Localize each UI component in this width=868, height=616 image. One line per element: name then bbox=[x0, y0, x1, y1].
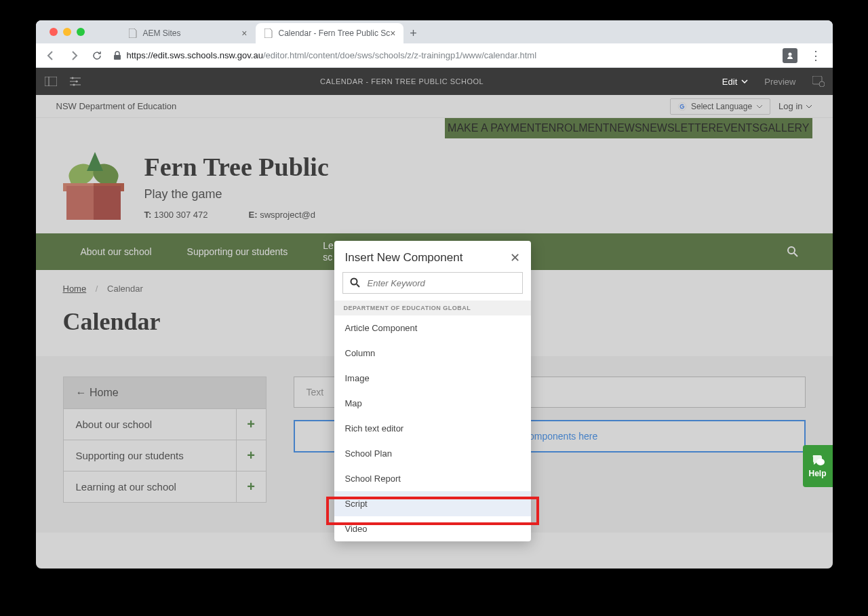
svg-line-17 bbox=[357, 284, 359, 287]
expand-icon[interactable]: + bbox=[236, 440, 266, 471]
school-header: Fern Tree Public Play the game T: 1300 3… bbox=[36, 138, 833, 233]
breadcrumb-current: Calendar bbox=[107, 284, 143, 294]
help-button[interactable]: Help bbox=[803, 445, 833, 487]
nav-payment[interactable]: MAKE A PAYMENT bbox=[448, 122, 541, 134]
annotate-icon[interactable] bbox=[812, 76, 825, 87]
nav-gallery[interactable]: GALLERY bbox=[760, 122, 810, 134]
svg-point-9 bbox=[73, 84, 75, 86]
aem-page-title: CALENDAR - FERN TREE PUBLIC SCHOOL bbox=[82, 77, 722, 85]
svg-point-7 bbox=[71, 77, 73, 79]
extension-icon[interactable] bbox=[783, 48, 797, 63]
svg-point-8 bbox=[75, 81, 77, 83]
component-option-school-plan[interactable]: School Plan bbox=[334, 441, 531, 466]
svg-point-11 bbox=[819, 81, 825, 87]
dept-header: NSW Department of Education Select Langu… bbox=[36, 95, 833, 118]
component-option-image[interactable]: Image bbox=[334, 366, 531, 391]
school-name: Fern Tree Public bbox=[144, 152, 329, 182]
school-email: E: swsproject@d bbox=[249, 210, 315, 220]
close-icon[interactable]: × bbox=[241, 28, 247, 39]
lock-icon bbox=[113, 51, 121, 60]
svg-line-14 bbox=[794, 253, 797, 256]
nav-events[interactable]: EVENTS bbox=[716, 122, 760, 134]
language-selector[interactable]: Select Language bbox=[670, 98, 770, 115]
chevron-down-icon bbox=[741, 79, 748, 83]
component-option-rich-text-editor[interactable]: Rich text editor bbox=[334, 416, 531, 441]
url-host: edit.sws.schools.nsw.gov.au bbox=[153, 50, 263, 60]
svg-rect-2 bbox=[45, 77, 57, 86]
modal-group-label: DEPARTMENT OF EDUCATION GLOBAL bbox=[334, 301, 531, 315]
expand-icon[interactable]: + bbox=[236, 471, 266, 502]
utility-nav: MAKE A PAYMENT ENROLMENT NEWS NEWSLETTER… bbox=[445, 118, 812, 138]
chevron-down-icon bbox=[756, 104, 763, 109]
tab-calendar[interactable]: Calendar - Fern Tree Public Sc × bbox=[256, 23, 404, 43]
svg-point-16 bbox=[351, 279, 357, 285]
component-option-column[interactable]: Column bbox=[334, 341, 531, 366]
chevron-down-icon bbox=[806, 104, 812, 109]
close-window-button[interactable] bbox=[50, 28, 58, 36]
search-icon[interactable] bbox=[787, 246, 806, 258]
side-panel-icon[interactable] bbox=[44, 75, 58, 88]
component-option-school-report[interactable]: School Report bbox=[334, 466, 531, 491]
edit-mode-dropdown[interactable]: Edit bbox=[722, 77, 748, 87]
new-tab-button[interactable]: + bbox=[403, 24, 422, 43]
component-option-map[interactable]: Map bbox=[334, 391, 531, 416]
component-option-script[interactable]: Script bbox=[334, 491, 531, 516]
nav-about[interactable]: About our school bbox=[63, 246, 170, 257]
close-icon[interactable]: × bbox=[390, 28, 395, 39]
breadcrumb-home[interactable]: Home bbox=[63, 284, 87, 294]
sidebar-nav: Home About our school + Supporting our s… bbox=[63, 377, 267, 512]
sidebar-item-about[interactable]: About our school + bbox=[63, 409, 267, 440]
nav-news[interactable]: NEWS bbox=[610, 122, 642, 134]
svg-rect-0 bbox=[114, 55, 121, 60]
svg-point-15 bbox=[816, 459, 825, 465]
search-icon bbox=[350, 277, 361, 288]
component-option-article-component[interactable]: Article Component bbox=[334, 315, 531, 341]
file-icon bbox=[128, 28, 138, 38]
browser-window: AEM Sites × Calendar - Fern Tree Public … bbox=[36, 20, 833, 569]
forward-button[interactable] bbox=[67, 49, 81, 62]
url-path: /editor.html/content/doe/sws/schools/z/z… bbox=[263, 50, 536, 60]
school-tagline: Play the game bbox=[144, 187, 329, 201]
insert-component-modal: Insert New Component ✕ DEPARTMENT OF EDU… bbox=[334, 241, 531, 541]
tabs-container: AEM Sites × Calendar - Fern Tree Public … bbox=[120, 23, 423, 43]
tab-title: Calendar - Fern Tree Public Sc bbox=[279, 28, 391, 38]
url-field[interactable]: https://edit.sws.schools.nsw.gov.au/edit… bbox=[113, 50, 773, 60]
sidebar-item-supporting[interactable]: Supporting our students + bbox=[63, 440, 267, 471]
school-phone: T: 1300 307 472 bbox=[144, 210, 208, 220]
dept-name: NSW Department of Education bbox=[56, 101, 177, 111]
aem-toolbar: CALENDAR - FERN TREE PUBLIC SCHOOL Edit … bbox=[36, 68, 833, 95]
svg-point-1 bbox=[788, 52, 791, 56]
tab-bar: AEM Sites × Calendar - Fern Tree Public … bbox=[36, 20, 833, 43]
url-bar: https://edit.sws.schools.nsw.gov.au/edit… bbox=[36, 43, 833, 68]
browser-menu-button[interactable]: ⋮ bbox=[807, 48, 825, 63]
google-icon bbox=[677, 102, 687, 111]
file-icon bbox=[264, 28, 273, 38]
tab-title: AEM Sites bbox=[143, 28, 181, 38]
tab-aem-sites[interactable]: AEM Sites × bbox=[120, 23, 256, 43]
nav-supporting[interactable]: Supporting our students bbox=[170, 246, 306, 258]
traffic-lights bbox=[41, 28, 93, 36]
minimize-window-button[interactable] bbox=[63, 28, 71, 36]
modal-search[interactable] bbox=[342, 272, 523, 294]
login-link[interactable]: Log in bbox=[778, 101, 812, 111]
school-logo bbox=[63, 152, 124, 220]
reload-button[interactable] bbox=[90, 49, 104, 62]
sidebar-item-learning[interactable]: Learning at our school + bbox=[63, 471, 267, 503]
sidebar-home[interactable]: Home bbox=[63, 377, 267, 409]
nav-newsletter[interactable]: NEWSLETTER bbox=[642, 122, 716, 134]
expand-icon[interactable]: + bbox=[236, 409, 266, 440]
preview-button[interactable]: Preview bbox=[764, 77, 795, 87]
nav-enrolment[interactable]: ENROLMENT bbox=[541, 122, 609, 134]
close-icon[interactable]: ✕ bbox=[510, 250, 520, 265]
modal-items-list: Article ComponentColumnImageMapRich text… bbox=[334, 315, 531, 541]
search-input[interactable] bbox=[368, 278, 515, 288]
back-button[interactable] bbox=[44, 49, 58, 62]
maximize-window-button[interactable] bbox=[77, 28, 85, 36]
svg-point-13 bbox=[788, 247, 795, 254]
component-option-video[interactable]: Video bbox=[334, 516, 531, 541]
modal-title: Insert New Component bbox=[345, 251, 463, 265]
chat-icon bbox=[810, 454, 825, 467]
page-info-icon[interactable] bbox=[68, 75, 82, 88]
